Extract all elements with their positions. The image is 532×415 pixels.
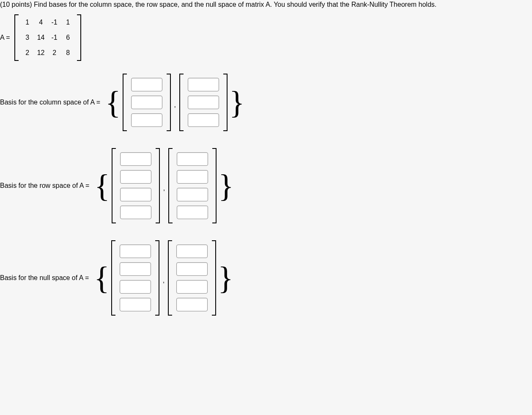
col-v1-c1[interactable]: [131, 78, 162, 91]
row-vector-1: [112, 148, 160, 223]
row-v2-c1[interactable]: [177, 152, 208, 166]
matrix-cell: -1: [51, 19, 58, 26]
matrix-cell: 6: [64, 34, 72, 41]
row-space-row: Basis for the row space of A = { , }: [0, 148, 532, 223]
col-v1-c2[interactable]: [131, 96, 162, 109]
null-v1-c4[interactable]: [120, 298, 151, 311]
matrix-cell: 3: [24, 34, 31, 41]
null-v1-c1[interactable]: [120, 245, 151, 258]
separator-comma: ,: [159, 277, 168, 284]
col-v2-c2[interactable]: [188, 96, 219, 109]
matrix-cell: 2: [24, 49, 31, 57]
separator-comma: ,: [160, 184, 168, 192]
col-vector-1: [123, 74, 171, 131]
col-v2-c3[interactable]: [188, 113, 219, 127]
matrix-cell: 2: [51, 49, 58, 57]
row-space-label: Basis for the row space of A =: [0, 182, 89, 190]
col-v2-c1[interactable]: [188, 78, 219, 91]
row-v1-c2[interactable]: [120, 170, 151, 184]
null-space-row: Basis for the null space of A = { ,: [0, 240, 532, 316]
row-v1-c4[interactable]: [120, 206, 151, 219]
open-brace-icon: {: [104, 90, 122, 115]
null-vector-1: [111, 240, 159, 316]
matrix-cell: 8: [64, 49, 72, 57]
matrix-cell: -1: [51, 34, 58, 41]
row-v2-c3[interactable]: [177, 188, 208, 201]
close-brace-icon: }: [216, 265, 235, 291]
matrix-cell: 4: [37, 19, 45, 26]
null-v2-c1[interactable]: [176, 245, 208, 258]
null-v1-c2[interactable]: [120, 262, 151, 276]
row-vector-2: [168, 148, 217, 223]
row-v1-c1[interactable]: [120, 152, 151, 166]
col-v1-c3[interactable]: [131, 113, 162, 127]
matrix-a-label: A =: [0, 34, 10, 41]
null-v2-c3[interactable]: [176, 280, 208, 294]
close-brace-icon: }: [217, 173, 235, 199]
open-brace-icon: {: [93, 173, 111, 199]
matrix-cell: 14: [37, 34, 45, 41]
col-vector-2: [179, 74, 228, 131]
null-v2-c4[interactable]: [176, 298, 208, 311]
row-v1-c3[interactable]: [120, 188, 151, 201]
null-space-label: Basis for the null space of A =: [0, 274, 89, 282]
matrix-a-definition: A = 1 4 -1 1 3 14 -1 6 2 12 2 8: [0, 14, 532, 61]
problem-statement: (10 points) Find bases for the column sp…: [0, 0, 532, 11]
matrix-a: 1 4 -1 1 3 14 -1 6 2 12 2 8: [14, 14, 81, 61]
separator-comma: ,: [171, 101, 179, 109]
row-v2-c4[interactable]: [177, 206, 208, 219]
null-vector-2: [168, 240, 216, 316]
matrix-cell: 1: [24, 19, 31, 26]
matrix-cell: 1: [64, 19, 72, 26]
row-v2-c2[interactable]: [177, 170, 208, 184]
null-v1-c3[interactable]: [120, 280, 151, 294]
null-v2-c2[interactable]: [176, 262, 208, 276]
close-brace-icon: }: [228, 90, 246, 115]
open-brace-icon: {: [92, 265, 111, 291]
column-space-label: Basis for the column space of A =: [0, 99, 100, 106]
column-space-row: Basis for the column space of A = { , }: [0, 74, 532, 131]
matrix-cell: 12: [37, 49, 45, 57]
